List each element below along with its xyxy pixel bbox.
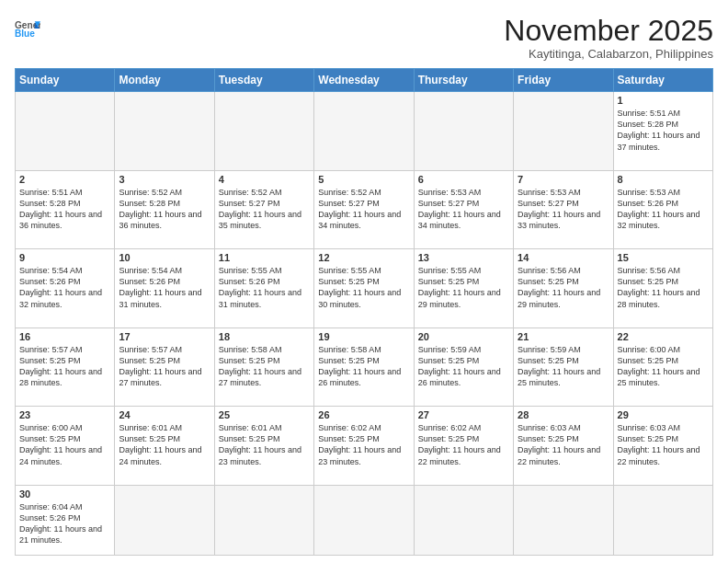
day-info: Sunrise: 5:58 AMSunset: 5:25 PMDaylight:… xyxy=(318,344,409,389)
weekday-header-sunday: Sunday xyxy=(16,69,115,92)
day-info: Sunrise: 6:01 AMSunset: 5:25 PMDaylight:… xyxy=(219,422,310,467)
daylight: Daylight: 11 hours and 23 minutes. xyxy=(219,445,301,465)
calendar-week-row: 30Sunrise: 6:04 AMSunset: 5:26 PMDayligh… xyxy=(16,485,713,555)
daylight: Daylight: 11 hours and 31 minutes. xyxy=(219,288,301,308)
sunset: Sunset: 5:25 PM xyxy=(518,434,579,443)
sunset: Sunset: 5:25 PM xyxy=(418,356,480,365)
logo-icon: General Blue xyxy=(15,18,40,39)
day-info: Sunrise: 6:02 AMSunset: 5:25 PMDaylight:… xyxy=(318,422,409,467)
daylight: Daylight: 11 hours and 22 minutes. xyxy=(618,445,700,465)
calendar-day-2: 2Sunrise: 5:51 AMSunset: 5:28 PMDaylight… xyxy=(16,170,115,249)
calendar-day-13: 13Sunrise: 5:55 AMSunset: 5:25 PMDayligh… xyxy=(414,249,513,328)
day-number: 7 xyxy=(518,174,609,185)
calendar-day-empty xyxy=(314,485,414,555)
calendar-day-18: 18Sunrise: 5:58 AMSunset: 5:25 PMDayligh… xyxy=(214,327,313,407)
calendar-day-7: 7Sunrise: 5:53 AMSunset: 5:27 PMDaylight… xyxy=(514,170,613,249)
calendar-day-empty xyxy=(414,92,513,171)
sunset: Sunset: 5:26 PM xyxy=(618,199,679,208)
day-number: 30 xyxy=(19,488,110,500)
sunset: Sunset: 5:25 PM xyxy=(219,356,280,365)
day-info: Sunrise: 5:51 AMSunset: 5:28 PMDaylight:… xyxy=(19,187,110,232)
calendar-day-29: 29Sunrise: 6:03 AMSunset: 5:25 PMDayligh… xyxy=(613,407,712,486)
daylight: Daylight: 11 hours and 25 minutes. xyxy=(518,367,600,387)
day-info: Sunrise: 5:54 AMSunset: 5:26 PMDaylight:… xyxy=(19,265,110,310)
calendar-day-8: 8Sunrise: 5:53 AMSunset: 5:26 PMDaylight… xyxy=(613,170,712,249)
day-number: 27 xyxy=(418,409,509,420)
day-number: 1 xyxy=(618,95,709,106)
day-number: 4 xyxy=(219,174,310,185)
calendar-day-16: 16Sunrise: 5:57 AMSunset: 5:25 PMDayligh… xyxy=(16,327,115,407)
weekday-header-tuesday: Tuesday xyxy=(214,69,313,92)
title-block: November 2025 Kaytitinga, Calabarzon, Ph… xyxy=(504,15,713,61)
sunrise: Sunrise: 5:53 AM xyxy=(518,188,581,197)
daylight: Daylight: 11 hours and 22 minutes. xyxy=(418,445,501,465)
day-info: Sunrise: 5:55 AMSunset: 5:25 PMDaylight:… xyxy=(418,265,509,310)
calendar-day-22: 22Sunrise: 6:00 AMSunset: 5:25 PMDayligh… xyxy=(613,327,712,407)
sunrise: Sunrise: 5:53 AM xyxy=(418,188,482,197)
sunset: Sunset: 5:25 PM xyxy=(418,434,480,443)
sunrise: Sunrise: 6:00 AM xyxy=(19,423,83,432)
sunset: Sunset: 5:25 PM xyxy=(119,356,180,365)
sunset: Sunset: 5:27 PM xyxy=(418,199,480,208)
calendar-day-3: 3Sunrise: 5:52 AMSunset: 5:28 PMDaylight… xyxy=(115,170,214,249)
day-number: 6 xyxy=(418,174,509,185)
sunset: Sunset: 5:25 PM xyxy=(318,434,380,443)
day-number: 21 xyxy=(518,331,609,342)
sunrise: Sunrise: 5:55 AM xyxy=(219,266,282,275)
day-info: Sunrise: 5:56 AMSunset: 5:25 PMDaylight:… xyxy=(518,265,609,310)
sunrise: Sunrise: 5:57 AM xyxy=(119,345,182,354)
calendar-day-27: 27Sunrise: 6:02 AMSunset: 5:25 PMDayligh… xyxy=(414,407,513,486)
day-number: 3 xyxy=(119,174,210,185)
daylight: Daylight: 11 hours and 36 minutes. xyxy=(19,210,102,230)
day-info: Sunrise: 5:56 AMSunset: 5:25 PMDaylight:… xyxy=(618,265,709,310)
day-number: 12 xyxy=(318,252,409,263)
calendar-day-empty xyxy=(115,92,214,171)
sunrise: Sunrise: 6:03 AM xyxy=(518,423,581,432)
header: General Blue November 2025 Kaytitinga, C… xyxy=(15,15,713,61)
daylight: Daylight: 11 hours and 34 minutes. xyxy=(418,210,501,230)
sunrise: Sunrise: 6:02 AM xyxy=(318,423,381,432)
day-number: 5 xyxy=(318,174,409,185)
daylight: Daylight: 11 hours and 28 minutes. xyxy=(19,367,102,387)
day-info: Sunrise: 5:55 AMSunset: 5:25 PMDaylight:… xyxy=(318,265,409,310)
calendar-week-row: 16Sunrise: 5:57 AMSunset: 5:25 PMDayligh… xyxy=(16,327,713,407)
day-info: Sunrise: 5:59 AMSunset: 5:25 PMDaylight:… xyxy=(418,344,509,389)
day-info: Sunrise: 5:53 AMSunset: 5:26 PMDaylight:… xyxy=(618,187,709,232)
day-info: Sunrise: 5:58 AMSunset: 5:25 PMDaylight:… xyxy=(219,344,310,389)
daylight: Daylight: 11 hours and 30 minutes. xyxy=(318,288,401,308)
sunrise: Sunrise: 5:54 AM xyxy=(19,266,83,275)
sunrise: Sunrise: 5:52 AM xyxy=(119,188,182,197)
daylight: Daylight: 11 hours and 24 minutes. xyxy=(19,445,102,465)
daylight: Daylight: 11 hours and 34 minutes. xyxy=(318,210,401,230)
calendar-day-15: 15Sunrise: 5:56 AMSunset: 5:25 PMDayligh… xyxy=(613,249,712,328)
sunset: Sunset: 5:25 PM xyxy=(418,277,480,286)
sunrise: Sunrise: 5:52 AM xyxy=(219,188,282,197)
sunrise: Sunrise: 5:54 AM xyxy=(119,266,182,275)
weekday-header-saturday: Saturday xyxy=(613,69,712,92)
calendar-day-empty xyxy=(115,485,214,555)
location: Kaytitinga, Calabarzon, Philippines xyxy=(504,47,713,61)
sunrise: Sunrise: 6:04 AM xyxy=(19,502,83,511)
daylight: Daylight: 11 hours and 23 minutes. xyxy=(318,445,401,465)
day-number: 19 xyxy=(318,331,409,342)
logo: General Blue xyxy=(15,18,40,39)
sunset: Sunset: 5:25 PM xyxy=(618,356,679,365)
sunrise: Sunrise: 5:52 AM xyxy=(318,188,381,197)
sunrise: Sunrise: 5:55 AM xyxy=(418,266,482,275)
daylight: Daylight: 11 hours and 26 minutes. xyxy=(418,367,501,387)
day-number: 23 xyxy=(19,409,110,420)
sunset: Sunset: 5:25 PM xyxy=(318,277,380,286)
sunrise: Sunrise: 5:58 AM xyxy=(318,345,381,354)
sunrise: Sunrise: 5:53 AM xyxy=(618,188,681,197)
sunset: Sunset: 5:25 PM xyxy=(19,434,81,443)
calendar-day-1: 1Sunrise: 5:51 AMSunset: 5:28 PMDaylight… xyxy=(613,92,712,171)
day-info: Sunrise: 6:03 AMSunset: 5:25 PMDaylight:… xyxy=(618,422,709,467)
calendar-week-row: 2Sunrise: 5:51 AMSunset: 5:28 PMDaylight… xyxy=(16,170,713,249)
sunset: Sunset: 5:27 PM xyxy=(219,199,280,208)
sunset: Sunset: 5:28 PM xyxy=(119,199,180,208)
day-info: Sunrise: 5:52 AMSunset: 5:28 PMDaylight:… xyxy=(119,187,210,232)
weekday-header-friday: Friday xyxy=(514,69,613,92)
daylight: Daylight: 11 hours and 28 minutes. xyxy=(618,288,700,308)
sunset: Sunset: 5:27 PM xyxy=(318,199,380,208)
daylight: Daylight: 11 hours and 27 minutes. xyxy=(219,367,301,387)
